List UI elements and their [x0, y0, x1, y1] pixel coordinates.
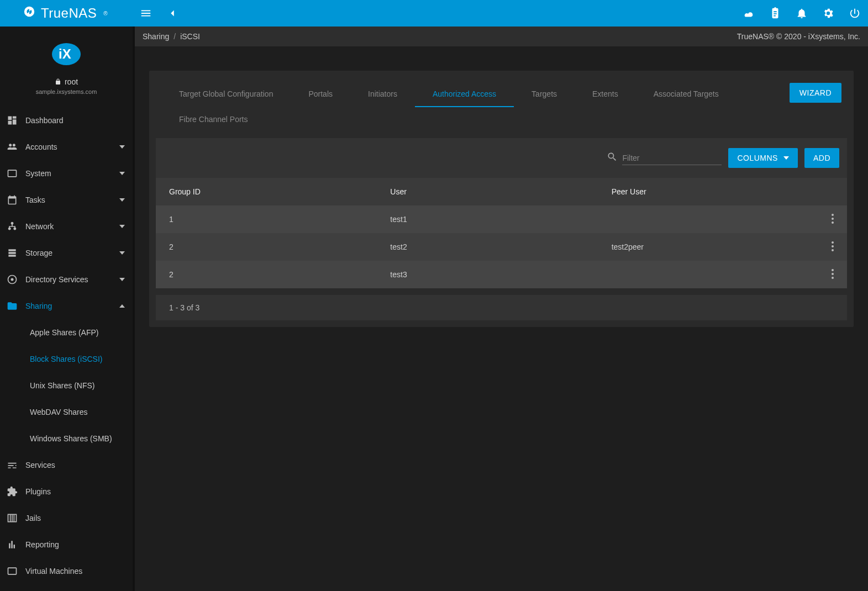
table-footer: 1 - 3 of 3 [156, 295, 847, 320]
tab-associated-targets[interactable]: Associated Targets [636, 82, 737, 107]
sidebar-sub-nfs[interactable]: Unix Shares (NFS) [0, 372, 133, 399]
sidebar-sub-label: Unix Shares (NFS) [30, 381, 94, 390]
cell-user: test1 [377, 205, 598, 233]
columns-button[interactable]: COLUMNS [728, 148, 798, 168]
sidebar-nav: Dashboard Accounts System Tasks Network … [0, 101, 133, 584]
clipboard-icon[interactable] [762, 0, 788, 27]
breadcrumb-root[interactable]: Sharing [143, 32, 169, 41]
table-toolbar: COLUMNS ADD [156, 138, 847, 178]
tab-authorized-access[interactable]: Authorized Access [415, 82, 514, 107]
row-menu-icon[interactable] [832, 217, 834, 225]
tab-portals[interactable]: Portals [291, 82, 350, 107]
pagination-text: 1 - 3 of 3 [169, 303, 199, 312]
sidebar-item-tasks[interactable]: Tasks [0, 187, 133, 213]
col-peer-user[interactable]: Peer User [598, 178, 806, 205]
filter-input[interactable] [622, 151, 722, 165]
chevron-down-icon [119, 143, 125, 151]
sidebar-item-reporting[interactable]: Reporting [0, 531, 133, 558]
cell-group-id: 1 [156, 205, 377, 233]
tab-label: Target Global Configuration [179, 89, 273, 98]
table-row[interactable]: 2 test2 test2peer [156, 233, 847, 261]
columns-button-label: COLUMNS [737, 154, 778, 162]
table-row[interactable]: 1 test1 [156, 205, 847, 233]
notifications-icon[interactable] [788, 0, 815, 27]
sidebar-item-label: Accounts [25, 143, 57, 151]
sidebar-item-label: Jails [25, 514, 41, 523]
tab-target-global-config[interactable]: Target Global Configuration [161, 82, 291, 107]
system-icon [7, 168, 25, 179]
tabs: Target Global Configuration Portals Init… [152, 76, 850, 133]
svg-point-13 [832, 277, 834, 279]
sidebar-item-directory-services[interactable]: Directory Services [0, 266, 133, 293]
tab-initiators[interactable]: Initiators [350, 82, 415, 107]
sidebar-item-plugins[interactable]: Plugins [0, 478, 133, 505]
sidebar-item-accounts[interactable]: Accounts [0, 134, 133, 160]
cell-user: test3 [377, 261, 598, 288]
sidebar-item-storage[interactable]: Storage [0, 240, 133, 266]
row-menu-icon[interactable] [832, 244, 834, 253]
tab-label: Initiators [368, 89, 397, 98]
plugins-icon [7, 486, 25, 497]
back-button[interactable] [159, 0, 186, 27]
sidebar-user: root [0, 77, 133, 86]
cell-group-id: 2 [156, 233, 377, 261]
svg-text:iX: iX [59, 46, 71, 61]
tasks-icon [7, 194, 25, 205]
tab-label: Targets [532, 89, 557, 98]
chevron-down-icon [119, 169, 125, 178]
lock-icon [55, 78, 61, 85]
reporting-icon [7, 539, 25, 550]
svg-point-6 [832, 218, 834, 220]
topbar: TrueNAS® [0, 0, 868, 27]
sidebar-item-label: Network [25, 222, 54, 231]
network-icon [7, 221, 25, 232]
col-user[interactable]: User [377, 178, 598, 205]
add-button[interactable]: ADD [804, 148, 839, 168]
sidebar-sub-afp[interactable]: Apple Shares (AFP) [0, 319, 133, 346]
sidebar-item-label: Dashboard [25, 116, 64, 125]
tab-targets[interactable]: Targets [514, 82, 575, 107]
menu-toggle-button[interactable] [133, 0, 159, 27]
chevron-down-icon [119, 196, 125, 204]
sidebar-header: iX root sample.ixsystems.com [0, 27, 133, 101]
svg-point-12 [832, 273, 834, 275]
sidebar-item-sharing[interactable]: Sharing [0, 293, 133, 319]
tab-fibre-channel-ports[interactable]: Fibre Channel Ports [161, 107, 283, 133]
wizard-button[interactable]: WIZARD [790, 83, 841, 103]
sidebar-sub-webdav[interactable]: WebDAV Shares [0, 399, 133, 425]
ha-status-icon[interactable] [735, 0, 762, 27]
add-button-label: ADD [813, 154, 830, 162]
svg-point-11 [832, 269, 834, 271]
table-row[interactable]: 2 test3 [156, 261, 847, 288]
power-icon[interactable] [841, 0, 868, 27]
sidebar-sub-smb[interactable]: Windows Shares (SMB) [0, 425, 133, 452]
brand-text: TrueNAS [41, 6, 97, 21]
brand-reg: ® [103, 10, 108, 17]
iscsi-card: WIZARD Target Global Configuration Porta… [149, 71, 854, 327]
col-group-id[interactable]: Group ID [156, 178, 377, 205]
sidebar-sub-label: Block Shares (iSCSI) [30, 355, 102, 363]
sidebar-item-system[interactable]: System [0, 160, 133, 187]
settings-icon[interactable] [815, 0, 841, 27]
sidebar-item-dashboard[interactable]: Dashboard [0, 107, 133, 134]
directory-services-icon [7, 274, 25, 285]
row-menu-icon[interactable] [832, 272, 834, 281]
sidebar-item-jails[interactable]: Jails [0, 505, 133, 531]
tab-extents[interactable]: Extents [575, 82, 636, 107]
sidebar-item-label: System [25, 169, 51, 178]
sidebar-item-vms[interactable]: Virtual Machines [0, 558, 133, 584]
tab-label: Associated Targets [654, 89, 719, 98]
sidebar-item-label: Reporting [25, 540, 59, 549]
breadcrumb-bar: Sharing / iSCSI TrueNAS® © 2020 - iXsyst… [135, 27, 868, 46]
sidebar-host: sample.ixsystems.com [0, 88, 133, 95]
sidebar-sub-iscsi[interactable]: Block Shares (iSCSI) [0, 346, 133, 372]
sidebar-sub-label: WebDAV Shares [30, 408, 88, 416]
sidebar: iX root sample.ixsystems.com Dashboard A… [0, 27, 133, 591]
cell-group-id: 2 [156, 261, 377, 288]
chevron-down-icon [119, 275, 125, 284]
copyright-text: TrueNAS® © 2020 - iXsystems, Inc. [737, 32, 860, 41]
brand: TrueNAS® [0, 6, 133, 21]
sidebar-item-label: Storage [25, 249, 52, 257]
sidebar-item-services[interactable]: Services [0, 452, 133, 478]
sidebar-item-network[interactable]: Network [0, 213, 133, 240]
